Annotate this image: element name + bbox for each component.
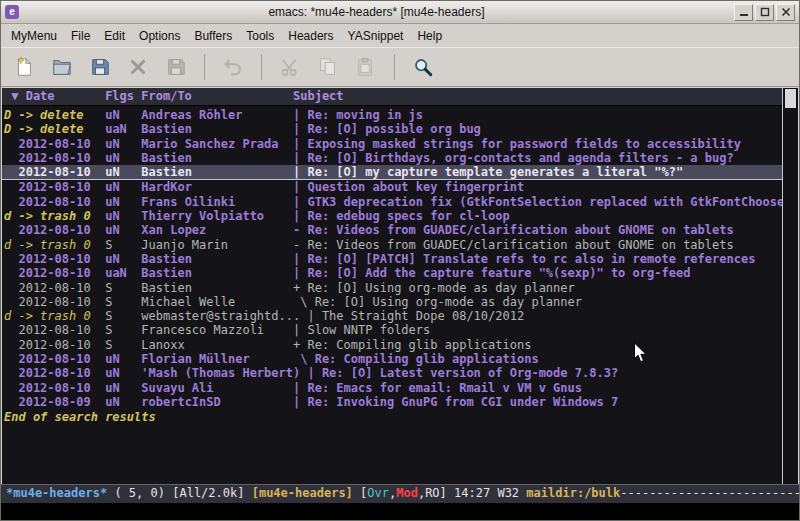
message-row[interactable]: D -> delete uaN Bastien | Re: [O] possib… bbox=[4, 122, 782, 136]
message-date: 2012-08-10 bbox=[4, 137, 105, 151]
end-of-search-results: End of search results bbox=[4, 410, 782, 424]
message-summary: S Juanjo Marin - Re: Videos from GUADEC/… bbox=[105, 238, 734, 252]
modeline-segment-plain: 14:27 bbox=[454, 486, 490, 500]
scrollbar[interactable] bbox=[782, 88, 798, 484]
message-row[interactable]: 2012-08-10 S Bastien + Re: [O] Using org… bbox=[4, 281, 782, 295]
menu-item-tools[interactable]: Tools bbox=[239, 26, 281, 46]
minimize-button[interactable] bbox=[734, 4, 753, 21]
toolbar bbox=[1, 47, 799, 87]
message-summary: uN HardKor | Question about key fingerpr… bbox=[105, 180, 524, 194]
message-row[interactable]: 2012-08-10 uN Suvayu Ali | Re: Emacs for… bbox=[4, 381, 782, 395]
menu-bar: MyMenuFileEditOptionsBuffersToolsHeaders… bbox=[1, 24, 799, 47]
scrollbar-thumb[interactable] bbox=[785, 89, 796, 108]
message-summary: uN Bastien | Re: [O] Birthdays, org-cont… bbox=[105, 151, 734, 165]
mode-line[interactable]: *mu4e-headers* ( 5, 0) [All/2.0k] [mu4e-… bbox=[1, 484, 799, 503]
message-date: 2012-08-10 bbox=[4, 338, 105, 352]
message-row[interactable]: 2012-08-10 uN Mario Sanchez Prada | Expo… bbox=[4, 137, 782, 151]
echo-area[interactable] bbox=[1, 503, 799, 520]
paste-icon bbox=[348, 51, 384, 83]
mark-target: d -> trash 0 bbox=[4, 238, 105, 252]
modeline-segment-plain: RO bbox=[425, 486, 439, 500]
modeline-segment-plain: ( 5, 0) bbox=[114, 486, 165, 500]
message-row[interactable]: 2012-08-10 uN 'Mash (Thomas Herbert) | R… bbox=[4, 366, 782, 380]
message-date: 2012-08-10 bbox=[4, 323, 105, 337]
modeline-segment-ovr: Ovr bbox=[367, 486, 389, 500]
undo-icon bbox=[215, 51, 251, 83]
emacs-app-icon: e bbox=[5, 5, 19, 19]
save-as-icon bbox=[158, 51, 194, 83]
mu4e-headers-buffer: ▼ Date Flgs From/To Subject D -> delete … bbox=[2, 88, 782, 484]
message-summary: uN Thierry Volpiatto | Re: edebug specs … bbox=[105, 209, 510, 223]
message-summary: uaN Bastien | Re: [O] Add the capture fe… bbox=[105, 266, 690, 280]
titlebar[interactable]: e emacs: *mu4e-headers* [mu4e-headers] bbox=[1, 1, 799, 24]
search-icon[interactable] bbox=[405, 51, 441, 83]
message-date: 2012-08-10 bbox=[4, 195, 105, 209]
modeline-segment-mode: [mu4e-headers] bbox=[252, 486, 353, 500]
message-row[interactable]: 2012-08-10 uN Bastien | Re: [O] Birthday… bbox=[4, 151, 782, 165]
message-date: 2012-08-10 bbox=[4, 281, 105, 295]
message-row[interactable]: 2012-08-10 uN HardKor | Question about k… bbox=[4, 180, 782, 194]
message-summary: S webmaster@straightd... | The Straight … bbox=[105, 309, 524, 323]
save-icon[interactable] bbox=[82, 51, 118, 83]
new-file-icon[interactable] bbox=[6, 51, 42, 83]
window-title: emacs: *mu4e-headers* [mu4e-headers] bbox=[23, 5, 730, 19]
message-date: 2012-08-09 bbox=[4, 395, 105, 409]
message-row[interactable]: 2012-08-10 uN Xan Lopez - Re: Videos fro… bbox=[4, 223, 782, 237]
menu-item-yasnippet[interactable]: YASnippet bbox=[341, 26, 411, 46]
message-summary: uN 'Mash (Thomas Herbert) | Re: [O] Late… bbox=[105, 366, 618, 380]
modeline-segment-mode: maildir:/bulk bbox=[526, 486, 620, 500]
message-row[interactable]: 2012-08-10 uN Frans Oilinki | GTK3 depre… bbox=[4, 195, 782, 209]
menu-item-edit[interactable]: Edit bbox=[97, 26, 132, 46]
message-row[interactable]: 2012-08-10 uaN Bastien | Re: [O] Add the… bbox=[4, 266, 782, 280]
menu-item-options[interactable]: Options bbox=[132, 26, 187, 46]
emacs-window: e emacs: *mu4e-headers* [mu4e-headers] M… bbox=[0, 0, 800, 521]
message-row[interactable]: 2012-08-10 S Lanoxx + Re: Compiling glib… bbox=[4, 338, 782, 352]
message-row[interactable]: d -> trash 0 S Juanjo Marin - Re: Videos… bbox=[4, 238, 782, 252]
message-date: 2012-08-10 bbox=[4, 266, 105, 280]
modeline-segment-plain: [ bbox=[353, 486, 367, 500]
message-row[interactable]: 2012-08-10 S Michael Welle \ Re: [O] Usi… bbox=[4, 295, 782, 309]
mark-target: D -> delete bbox=[4, 108, 105, 122]
message-date: 2012-08-10 bbox=[4, 223, 105, 237]
menu-item-buffers[interactable]: Buffers bbox=[187, 26, 239, 46]
modeline-segment-buffer: *mu4e-headers* bbox=[6, 486, 107, 500]
menu-item-file[interactable]: File bbox=[64, 26, 97, 46]
message-row[interactable]: d -> trash 0 S webmaster@straightd... | … bbox=[4, 309, 782, 323]
cut-icon bbox=[272, 51, 308, 83]
open-file-icon[interactable] bbox=[44, 51, 80, 83]
message-summary: uN robertcInSD | Re: Invoking GnuPG from… bbox=[105, 395, 618, 409]
mark-target: d -> trash 0 bbox=[4, 209, 105, 223]
message-list: D -> delete uN Andreas Röhler | Re: movi… bbox=[2, 106, 782, 484]
kill-buffer-icon[interactable] bbox=[120, 51, 156, 83]
header-line[interactable]: ▼ Date Flgs From/To Subject bbox=[2, 88, 782, 106]
menu-item-mymenu[interactable]: MyMenu bbox=[4, 26, 64, 46]
message-summary: uN Bastien | Re: [O] my capture template… bbox=[105, 165, 683, 179]
message-date: 2012-08-10 bbox=[4, 352, 105, 366]
buffer-frame: ▼ Date Flgs From/To Subject D -> delete … bbox=[1, 87, 799, 484]
maximize-button[interactable] bbox=[755, 4, 774, 21]
modeline-segment-plain: W32 bbox=[497, 486, 519, 500]
copy-icon bbox=[310, 51, 346, 83]
message-summary: uN Suvayu Ali | Re: Emacs for email: Rma… bbox=[105, 381, 582, 395]
close-button[interactable] bbox=[776, 4, 795, 21]
message-row[interactable]: 2012-08-10 uN Florian Müllner \ Re: Comp… bbox=[4, 352, 782, 366]
message-summary: S Francesco Mazzoli | Slow NNTP folders bbox=[105, 323, 430, 337]
modeline-segment-plain: [All/2.0k] bbox=[172, 486, 244, 500]
modeline-segment-plain: ] bbox=[440, 486, 454, 500]
message-row[interactable]: 2012-08-10 uN Bastien | Re: [O] my captu… bbox=[2, 165, 782, 180]
message-summary: S Michael Welle \ Re: [O] Using org-mode… bbox=[105, 295, 582, 309]
menu-item-headers[interactable]: Headers bbox=[281, 26, 340, 46]
modeline-segment-plain bbox=[244, 486, 251, 500]
mark-target: d -> trash 0 bbox=[4, 309, 105, 323]
menu-item-help[interactable]: Help bbox=[410, 26, 449, 46]
message-row[interactable]: 2012-08-10 uN Bastien | Re: [O] [PATCH] … bbox=[4, 252, 782, 266]
message-summary: S Bastien + Re: [O] Using org-mode as da… bbox=[105, 281, 575, 295]
message-row[interactable]: 2012-08-09 uN robertcInSD | Re: Invoking… bbox=[4, 395, 782, 409]
message-row[interactable]: d -> trash 0 uN Thierry Volpiatto | Re: … bbox=[4, 209, 782, 223]
message-row[interactable]: D -> delete uN Andreas Röhler | Re: movi… bbox=[4, 108, 782, 122]
toolbar-separator bbox=[261, 54, 262, 80]
message-summary: uN Bastien | Re: [O] [PATCH] Translate r… bbox=[105, 252, 755, 266]
message-summary: S Lanoxx + Re: Compiling glib applicatio… bbox=[105, 338, 531, 352]
message-summary: uN Frans Oilinki | GTK3 deprecation fix … bbox=[105, 195, 782, 209]
message-row[interactable]: 2012-08-10 S Francesco Mazzoli | Slow NN… bbox=[4, 323, 782, 337]
